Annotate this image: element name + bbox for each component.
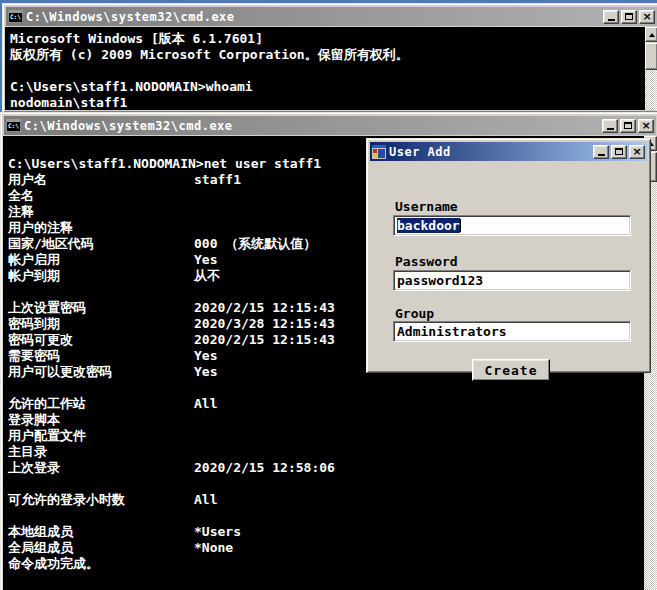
terminal-output-area[interactable]: Microsoft Windows [版本 6.1.7601]版权所有 (c) …: [5, 27, 657, 110]
terminal-line-value: 2020/2/15 12:15:43: [194, 332, 335, 348]
password-field[interactable]: password123: [393, 270, 631, 291]
terminal-line-value: 000 （系统默认值）: [194, 236, 316, 252]
terminal-line-label: 登录脚本: [8, 412, 60, 427]
terminal-line-label: 密码到期: [8, 316, 60, 331]
terminal-line-value: All: [194, 396, 217, 412]
terminal-line-value: 从不: [194, 268, 220, 284]
desktop: { "colors": { "desktop": "#4d7ab5", "act…: [0, 0, 657, 590]
terminal-line-label: 上次设置密码: [8, 300, 86, 315]
terminal-line-label: 可允许的登录小时数: [8, 492, 125, 507]
window-title: C:\Windows\system32\cmd.exe: [24, 119, 599, 133]
terminal-line-label: nodomain\staff1: [10, 95, 127, 110]
terminal-line: 可允许的登录小时数All: [8, 492, 644, 508]
scrollbar-thumb[interactable]: [645, 43, 657, 70]
terminal-line: Microsoft Windows [版本 6.1.7601]: [10, 31, 645, 47]
maximize-button[interactable]: [620, 119, 636, 133]
terminal-line-label: 本地组成员: [8, 524, 73, 539]
user-add-dialog-titlebar[interactable]: User Add ×: [370, 142, 647, 161]
dialog-title: User Add: [389, 145, 590, 159]
create-button[interactable]: Create: [472, 359, 550, 381]
close-button[interactable]: ×: [639, 10, 655, 24]
terminal-line: 版权所有 (c) 2009 Microsoft Corporation。保留所有…: [10, 47, 645, 63]
maximize-button[interactable]: [611, 145, 627, 159]
selected-text: backdoor: [397, 218, 460, 233]
cmd-window-bottom-titlebar[interactable]: C:\ C:\Windows\system32\cmd.exe ×: [4, 116, 656, 135]
cmd-window-top-titlebar[interactable]: C:\ C:\Windows\system32\cmd.exe ×: [6, 7, 657, 26]
terminal-line: nodomain\staff1: [10, 95, 645, 110]
terminal-line-label: 帐户启用: [8, 252, 60, 267]
group-field[interactable]: Administrators: [393, 321, 631, 342]
arrow-up-icon: [649, 33, 655, 37]
terminal-line-label: 帐户到期: [8, 268, 60, 283]
group-label: Group: [395, 306, 434, 321]
terminal-line-value: Yes: [194, 348, 217, 364]
maximize-button[interactable]: [621, 10, 637, 24]
terminal-line: 全局组成员*None: [8, 540, 644, 556]
terminal-line-label: 上次登录: [8, 460, 60, 475]
terminal-line-value: staff1: [194, 172, 241, 188]
terminal-line-label: 允许的工作站: [8, 396, 86, 411]
terminal-line-label: 用户配置文件: [8, 428, 86, 443]
terminal-line-value: *None: [194, 540, 233, 556]
vertical-scrollbar[interactable]: [645, 27, 657, 110]
terminal-line: 命令成功完成。: [8, 556, 644, 572]
terminal-line-label: C:\Users\staff1.NODOMAIN>whoami: [10, 79, 253, 94]
terminal-line-label: 命令成功完成。: [8, 556, 99, 571]
user-add-dialog: User Add × Username backdoor Password pa…: [366, 138, 651, 373]
terminal-line: [8, 508, 644, 524]
terminal-line: 用户配置文件: [8, 428, 644, 444]
terminal-line: 本地组成员*Users: [8, 524, 644, 540]
terminal-line: [10, 63, 645, 79]
terminal-line-value: All: [194, 492, 217, 508]
close-icon: ×: [641, 121, 650, 131]
terminal-line: 上次登录2020/2/15 12:58:06: [8, 460, 644, 476]
terminal-line-value: 2020/2/15 12:58:06: [194, 460, 335, 476]
terminal-line-value: *Users: [194, 524, 241, 540]
minimize-button[interactable]: [602, 119, 618, 133]
terminal-line-value: Yes: [194, 364, 217, 380]
terminal-line-value: 2020/3/28 12:15:43: [194, 316, 335, 332]
dialog-body: Username backdoor Password password123 G…: [369, 162, 648, 372]
minimize-icon: [598, 154, 605, 156]
terminal-line-label: 用户名: [8, 172, 47, 187]
terminal-line-label: 密码可更改: [8, 332, 73, 347]
close-button[interactable]: ×: [638, 119, 654, 133]
maximize-icon: [615, 148, 623, 155]
terminal-text: Microsoft Windows [版本 6.1.7601]版权所有 (c) …: [5, 27, 645, 110]
terminal-line: 允许的工作站All: [8, 396, 644, 412]
terminal-line-label: Microsoft Windows [版本 6.1.7601]: [10, 31, 263, 46]
terminal-line: [8, 380, 644, 396]
scroll-up-button[interactable]: [645, 27, 657, 42]
terminal-line-label: 全局组成员: [8, 540, 73, 555]
username-label: Username: [395, 199, 458, 214]
text-caret: [460, 219, 461, 232]
close-icon: ×: [632, 147, 641, 157]
minimize-button[interactable]: [593, 145, 609, 159]
cmd-icon: C:\: [6, 119, 21, 132]
close-button[interactable]: ×: [629, 145, 645, 159]
terminal-line-label: 用户的注释: [8, 220, 73, 235]
terminal-line-label: 需要密码: [8, 348, 60, 363]
maximize-icon: [625, 13, 633, 20]
terminal-line: 主目录: [8, 444, 644, 460]
maximize-icon: [624, 122, 632, 129]
password-label: Password: [395, 254, 458, 269]
minimize-button[interactable]: [603, 10, 619, 24]
username-field[interactable]: backdoor: [393, 215, 631, 236]
terminal-line-label: 用户可以更改密码: [8, 364, 112, 379]
terminal-line-label: 版权所有 (c) 2009 Microsoft Corporation。保留所有…: [10, 47, 409, 62]
close-icon: ×: [642, 12, 651, 22]
cmd-window-top: C:\ C:\Windows\system32\cmd.exe × Micros…: [2, 3, 657, 113]
terminal-line-label: C:\Users\staff1.NODOMAIN>net user staff1: [8, 156, 321, 171]
minimize-icon: [607, 128, 614, 130]
terminal-line: [8, 476, 644, 492]
terminal-line: C:\Users\staff1.NODOMAIN>whoami: [10, 79, 645, 95]
terminal-line-value: 2020/2/15 12:15:43: [194, 300, 335, 316]
window-title: C:\Windows\system32\cmd.exe: [26, 10, 600, 24]
terminal-line-label: 主目录: [8, 444, 47, 459]
cmd-icon: C:\: [8, 10, 23, 23]
terminal-line-label: 国家/地区代码: [8, 236, 94, 251]
terminal-line-label: 注释: [8, 204, 34, 219]
terminal-line-value: Yes: [194, 252, 217, 268]
minimize-icon: [608, 19, 615, 21]
